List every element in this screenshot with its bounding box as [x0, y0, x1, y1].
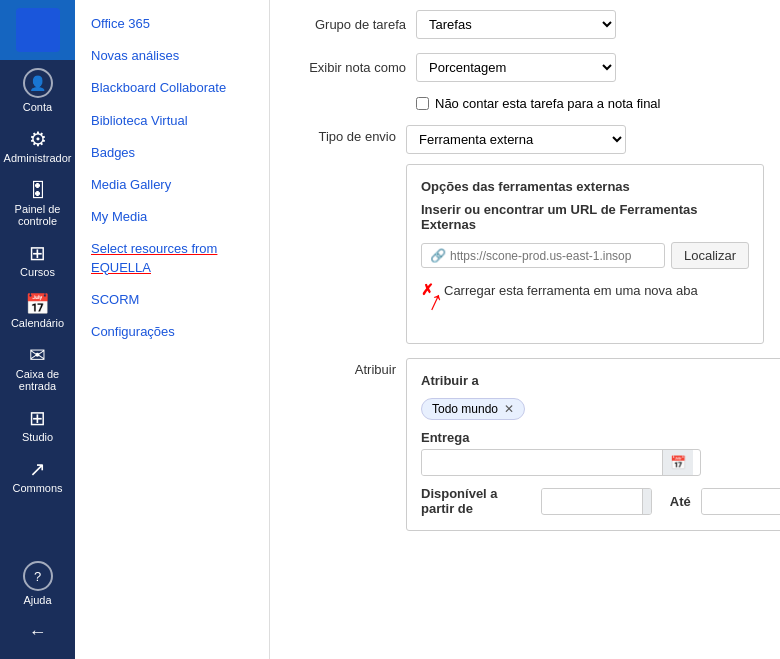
nav-biblioteca-virtual[interactable]: Biblioteca Virtual	[75, 105, 269, 137]
logo-shape	[16, 8, 60, 52]
ate-input-group: 📅	[701, 488, 780, 515]
nav-office365[interactable]: Office 365	[75, 8, 269, 40]
link-icon: 🔗	[430, 248, 446, 263]
sidebar-item-calendario[interactable]: 📅 Calendário	[0, 286, 75, 337]
nav-media-gallery[interactable]: Media Gallery	[75, 169, 269, 201]
disponivel-row: Disponível a partir de 📅 Até 📅	[421, 486, 780, 516]
sidebar-label-conta: Conta	[23, 101, 52, 113]
grupo-tarefa-select[interactable]: Tarefas	[416, 10, 616, 39]
sidebar-logo	[0, 0, 75, 60]
annotation-area: ↑	[421, 299, 749, 329]
cursos-icon: ⊞	[29, 243, 46, 263]
ate-label: Até	[670, 494, 691, 509]
sidebar-label-commons: Commons	[12, 482, 62, 494]
sidebar-label-caixa: Caixa de entrada	[4, 368, 71, 392]
opcoes-title: Opções das ferramentas externas	[421, 179, 749, 194]
disponivel-label: Disponível a partir de	[421, 486, 531, 516]
caixa-icon: ✉	[29, 345, 46, 365]
sidebar: 👤 Conta ⚙ Administrador 🎛 Painel de cont…	[0, 0, 75, 659]
main-content: Grupo de tarefa Tarefas Exibir nota como…	[270, 0, 780, 659]
sidebar-label-calendario: Calendário	[11, 317, 64, 329]
url-row: 🔗 Localizar	[421, 242, 749, 269]
sidebar-item-studio[interactable]: ⊞ Studio	[0, 400, 75, 451]
nao-contar-label: Não contar esta tarefa para a nota final	[435, 96, 660, 111]
sidebar-item-administrador[interactable]: ⚙ Administrador	[0, 121, 75, 172]
url-input[interactable]	[450, 249, 656, 263]
sidebar-item-cursos[interactable]: ⊞ Cursos	[0, 235, 75, 286]
todo-mundo-label: Todo mundo	[432, 402, 498, 416]
nao-contar-row: Não contar esta tarefa para a nota final	[416, 96, 764, 111]
nav-scorm[interactable]: SCORM	[75, 284, 269, 316]
atribuir-content: Atribuir a Todo mundo ✕ Entrega 📅 Dispon…	[406, 358, 780, 531]
disponivel-input-group: 📅	[541, 488, 652, 515]
entrega-input[interactable]	[422, 451, 662, 475]
sidebar-label-studio: Studio	[22, 431, 53, 443]
nav-my-media[interactable]: My Media	[75, 201, 269, 233]
entrega-input-group: 📅	[421, 449, 701, 476]
grupo-tarefa-row: Grupo de tarefa Tarefas	[286, 10, 764, 39]
entrega-calendar-icon[interactable]: 📅	[662, 450, 693, 475]
external-tool-box: Opções das ferramentas externas Inserir …	[406, 164, 764, 344]
sidebar-item-caixa[interactable]: ✉ Caixa de entrada	[0, 337, 75, 400]
sidebar-item-ajuda[interactable]: ? Ajuda	[0, 553, 75, 614]
atribuir-a-title: Atribuir a	[421, 373, 780, 388]
sidebar-label-cursos: Cursos	[20, 266, 55, 278]
atribuir-label: Atribuir	[286, 358, 406, 531]
nav-novas-analises[interactable]: Novas análises	[75, 40, 269, 72]
back-icon: ←	[29, 622, 47, 643]
sidebar-back-button[interactable]: ←	[0, 614, 75, 651]
calendario-icon: 📅	[25, 294, 50, 314]
nav-equella[interactable]: Select resources from EQUELLA	[75, 233, 269, 283]
sidebar-label-administrador: Administrador	[4, 152, 72, 164]
ajuda-icon: ?	[23, 561, 53, 591]
carregar-row: ✗ Carregar esta ferramenta em uma nova a…	[421, 281, 749, 299]
exibir-nota-control: Porcentagem	[416, 53, 764, 82]
sidebar-label-ajuda: Ajuda	[23, 594, 51, 606]
tipo-envio-content: Ferramenta externa Opções das ferramenta…	[406, 125, 764, 344]
exibir-nota-select[interactable]: Porcentagem	[416, 53, 616, 82]
tipo-envio-select[interactable]: Ferramenta externa	[406, 125, 626, 154]
nav-bb-collaborate[interactable]: Blackboard Collaborate	[75, 72, 269, 104]
studio-icon: ⊞	[29, 408, 46, 428]
sidebar-label-painel: Painel de controle	[4, 203, 71, 227]
url-input-wrapper: 🔗	[421, 243, 665, 268]
sidebar-item-painel[interactable]: 🎛 Painel de controle	[0, 172, 75, 235]
sidebar-item-commons[interactable]: ↗ Commons	[0, 451, 75, 502]
painel-icon: 🎛	[28, 180, 48, 200]
disponivel-text: Disponível a partir de	[421, 486, 498, 516]
ate-input[interactable]	[702, 489, 780, 513]
entrega-row: Entrega 📅	[421, 430, 780, 476]
atribuir-section: Atribuir Atribuir a Todo mundo ✕ Entrega…	[286, 358, 764, 531]
carregar-label: Carregar esta ferramenta em uma nova aba	[444, 283, 698, 298]
exibir-nota-row: Exibir nota como Porcentagem	[286, 53, 764, 82]
sidebar-item-conta[interactable]: 👤 Conta	[0, 60, 75, 121]
exibir-nota-label: Exibir nota como	[286, 60, 406, 75]
disponivel-input[interactable]	[542, 489, 642, 513]
tipo-envio-label: Tipo de envio	[286, 125, 406, 344]
conta-icon: 👤	[23, 68, 53, 98]
entrega-label: Entrega	[421, 430, 780, 445]
localizar-button[interactable]: Localizar	[671, 242, 749, 269]
commons-icon: ↗	[29, 459, 46, 479]
secondary-nav: Office 365 Novas análises Blackboard Col…	[75, 0, 270, 659]
inserir-title: Inserir ou encontrar um URL de Ferrament…	[421, 202, 749, 232]
tipo-envio-section: Tipo de envio Ferramenta externa Opções …	[286, 125, 764, 344]
tag-close-button[interactable]: ✕	[504, 402, 514, 416]
grupo-tarefa-control: Tarefas	[416, 10, 764, 39]
sidebar-bottom: ? Ajuda ←	[0, 553, 75, 659]
todo-mundo-tag: Todo mundo ✕	[421, 398, 525, 420]
administrador-icon: ⚙	[29, 129, 47, 149]
disponivel-calendar-icon[interactable]: 📅	[642, 489, 652, 514]
atribuir-box: Atribuir a Todo mundo ✕ Entrega 📅 Dispon…	[406, 358, 780, 531]
nav-configuracoes[interactable]: Configurações	[75, 316, 269, 348]
nao-contar-checkbox[interactable]	[416, 97, 429, 110]
grupo-tarefa-label: Grupo de tarefa	[286, 17, 406, 32]
nav-badges[interactable]: Badges	[75, 137, 269, 169]
